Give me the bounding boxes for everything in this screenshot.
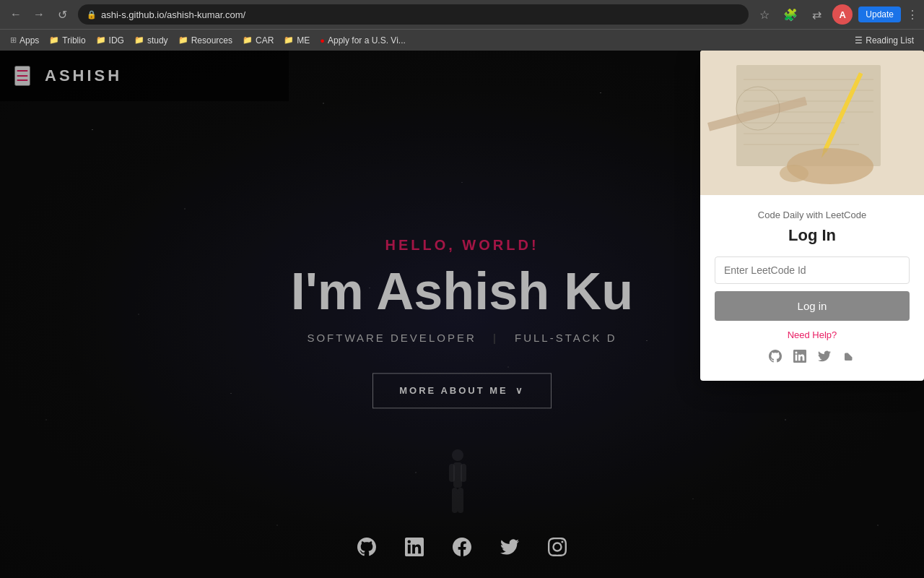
bookmark-me-label: ME [297,35,310,46]
popup-linkedin-icon[interactable] [793,350,806,366]
bookmark-apps[interactable]: ⊞ Apps [6,34,43,47]
popup-image-svg [700,51,924,195]
popup-title: Log In [715,226,910,245]
popup-overlay: ✕ [0,51,924,578]
popup-image-background [700,51,924,195]
folder-icon-triblio: 📁 [49,35,59,45]
extension-puzzle-button[interactable]: 🧩 [780,4,801,25]
leetcode-id-input[interactable] [715,256,910,284]
address-bar[interactable]: 🔒 ashi-s.github.io/ashish-kumar.com/ [78,4,749,25]
bookmark-idg-label: IDG [109,35,124,46]
bookmarks-bar: ⊞ Apps 📁 Triblio 📁 IDG 📁 study 📁 Resourc… [0,29,924,51]
reading-list-label: Reading List [866,35,914,46]
need-help-link[interactable]: Need Help? [788,329,837,340]
folder-icon-me: 📁 [284,35,294,45]
profile-switch-button[interactable]: ⇄ [806,4,827,25]
bookmark-triblio[interactable]: 📁 Triblio [45,34,90,47]
leetcode-popup: ✕ [700,51,924,381]
popup-subtitle: Code Daily with LeetCode [715,210,910,220]
nav-buttons: ← → ↺ [6,4,72,25]
forward-button[interactable]: → [29,4,49,25]
svg-point-18 [780,165,808,182]
folder-icon-resources: 📁 [178,35,188,45]
folder-icon-idg: 📁 [96,35,106,45]
bookmark-car[interactable]: 📁 CAR [238,34,278,47]
apps-icon: ⊞ [10,35,17,45]
bookmark-me[interactable]: 📁 ME [279,34,314,47]
browser-toolbar: ← → ↺ 🔒 ashi-s.github.io/ashish-kumar.co… [0,0,924,29]
bookmark-triblio-label: Triblio [62,35,85,46]
avatar-button[interactable]: A [832,4,853,25]
red-icon-apply: ● [320,36,325,45]
reading-list[interactable]: ☰ Reading List [850,34,918,47]
url-text: ashi-s.github.io/ashish-kumar.com/ [101,9,245,20]
popup-image [700,51,924,195]
lock-icon: 🔒 [87,10,97,20]
update-label: Update [866,9,894,20]
popup-social-icons [715,350,910,366]
bookmark-resources-label: Resources [191,35,232,46]
update-button[interactable]: Update [858,7,901,22]
browser-actions: ☆ 🧩 ⇄ A Update ⋮ [754,4,918,25]
bookmark-apply[interactable]: ● Apply for a U.S. Vi... [315,34,409,47]
bookmark-idg[interactable]: 📁 IDG [92,34,128,47]
bookmark-apply-label: Apply for a U.S. Vi... [328,35,406,46]
reading-list-icon: ☰ [855,35,863,46]
bookmark-study[interactable]: 📁 study [130,34,173,47]
back-button[interactable]: ← [6,4,26,25]
popup-github-icon[interactable] [769,350,782,366]
bookmark-apps-label: Apps [19,35,39,46]
popup-content: Code Daily with LeetCode Log In Log in N… [700,195,924,381]
popup-twitter-icon[interactable] [818,350,831,366]
folder-icon-car: 📁 [243,35,253,45]
login-button[interactable]: Log in [715,291,910,321]
star-button[interactable]: ☆ [754,4,775,25]
bookmark-car-label: CAR [256,35,274,46]
page-area: ☰ ASHISH HELLO, WORLD! I'm Ashish Ku SOF… [0,51,924,578]
bookmark-resources[interactable]: 📁 Resources [174,34,237,47]
folder-icon-study: 📁 [134,35,144,45]
bookmark-study-label: study [147,35,168,46]
popup-link-icon[interactable] [842,350,855,366]
menu-dots[interactable]: ⋮ [907,8,918,22]
refresh-button[interactable]: ↺ [52,4,72,25]
